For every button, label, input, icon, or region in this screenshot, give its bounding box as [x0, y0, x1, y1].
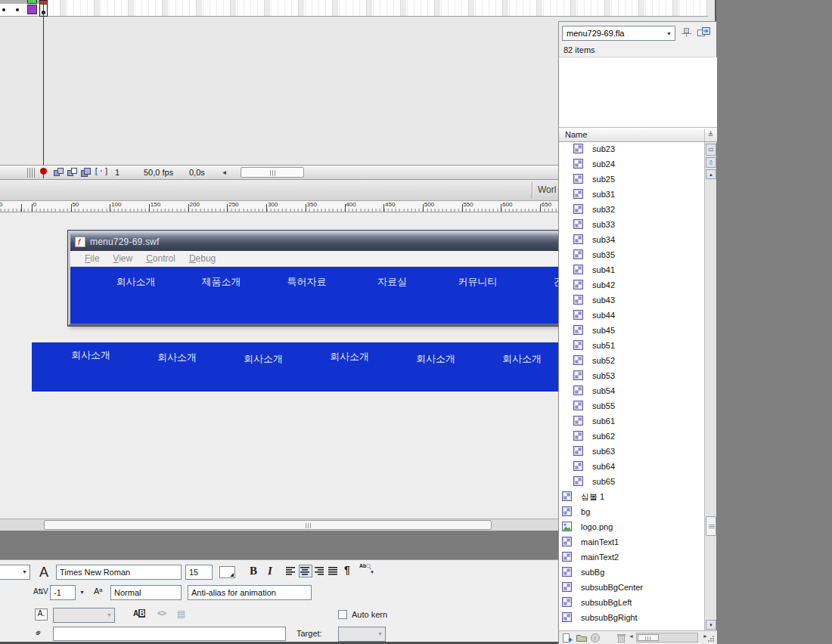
text-type-dropdown[interactable]: ▼ [0, 565, 30, 580]
layer-lock-dot[interactable] [16, 8, 19, 11]
library-item-row[interactable]: sub41 [559, 265, 705, 280]
layer-row[interactable] [0, 4, 39, 17]
library-item-row[interactable]: sub51 [559, 340, 705, 355]
library-item-row[interactable]: sub61 [559, 416, 705, 431]
playhead-line[interactable] [43, 0, 44, 169]
url-link-input[interactable] [53, 627, 286, 641]
letter-spacing-field[interactable]: -1 [50, 585, 76, 600]
character-position-dropdown[interactable]: Normal [110, 585, 182, 600]
layer-visibility-dot[interactable] [2, 8, 5, 11]
scroll-up-arrow[interactable] [706, 169, 716, 179]
modify-onion-markers-icon[interactable]: [·] [94, 166, 106, 178]
library-item-row[interactable]: bg [559, 506, 705, 522]
library-item-row[interactable]: sub55 [559, 401, 705, 416]
auto-kern-checkbox[interactable] [338, 610, 347, 619]
swf-nav-menu-item[interactable]: 자료실 [349, 267, 435, 289]
stage-menu-item[interactable]: 회사소개 [48, 342, 134, 362]
library-item-row[interactable]: sub34 [559, 234, 705, 249]
library-scrollbar-thumb[interactable] [706, 516, 716, 536]
library-horizontal-scrollbar[interactable] [636, 633, 698, 642]
sort-order-icon[interactable] [704, 129, 716, 141]
library-item-row[interactable]: subsubBgCenter [559, 582, 705, 597]
center-frame-icon[interactable] [53, 167, 65, 178]
onion-skin-icon[interactable] [67, 167, 79, 178]
antialias-dropdown[interactable]: Anti-alias for animation [188, 585, 312, 600]
panel-resize-grip[interactable] [706, 634, 716, 643]
narrow-library-view-button[interactable] [706, 157, 716, 168]
library-document-dropdown[interactable]: menu729-69.fla ▼ [562, 26, 675, 41]
library-item-row[interactable]: sub44 [559, 310, 705, 325]
onion-skin-outlines-icon[interactable] [80, 167, 92, 178]
library-item-row[interactable]: sub33 [559, 219, 705, 234]
swf-nav-menu-item[interactable]: 제품소개 [179, 267, 264, 289]
library-item-row[interactable]: subsubBgRight [559, 612, 705, 627]
library-item-row[interactable]: sub63 [559, 446, 705, 461]
edit-bar-right-label[interactable]: Worl [538, 184, 556, 195]
library-item-row[interactable]: sub42 [559, 280, 705, 295]
pin-library-icon[interactable] [679, 26, 694, 40]
justify-button[interactable] [327, 565, 340, 577]
library-item-row[interactable]: sub35 [559, 249, 705, 265]
library-item-row[interactable]: sub32 [559, 204, 705, 219]
paragraph-format-icon[interactable] [344, 564, 350, 576]
italic-button[interactable]: I [268, 565, 272, 577]
library-scroll-left-arrow[interactable] [629, 633, 634, 639]
library-item-row[interactable]: sub62 [559, 431, 705, 446]
library-item-row[interactable]: subBg [559, 567, 705, 582]
panel-drag-grip[interactable] [27, 168, 35, 178]
library-item-row[interactable]: sub52 [559, 355, 705, 370]
library-item-row[interactable]: subsubBgLeft [559, 597, 705, 612]
new-library-window-icon[interactable] [697, 26, 713, 40]
library-hscrollbar-thumb[interactable] [638, 634, 659, 641]
bold-button[interactable]: B [250, 565, 257, 577]
library-item-row[interactable]: sub31 [559, 189, 705, 204]
letter-spacing-stepper[interactable] [76, 585, 88, 600]
stage-menu-item[interactable]: 회사소개 [134, 342, 220, 364]
stage-menu-item[interactable]: 회사소개 [393, 342, 479, 366]
player-menu-item[interactable]: Control [139, 251, 182, 264]
timeline-scroll-left-arrow[interactable] [219, 168, 229, 178]
library-item-row[interactable]: mainText1 [559, 537, 705, 552]
library-item-row[interactable]: sub65 [559, 476, 705, 491]
new-symbol-icon[interactable] [561, 633, 573, 643]
stage-scrollbar-thumb[interactable] [44, 520, 492, 530]
library-item-row[interactable]: sub53 [559, 370, 705, 385]
properties-info-icon[interactable]: i [590, 633, 602, 643]
font-size-dropdown[interactable]: 15 [185, 565, 213, 580]
stage-menu-item[interactable]: 회사소개 [479, 342, 565, 366]
font-family-dropdown[interactable]: Times New Roman [56, 565, 182, 580]
player-menu-item[interactable]: Debug [182, 251, 222, 264]
wide-library-view-button[interactable] [706, 144, 716, 156]
scroll-down-arrow[interactable] [706, 620, 716, 630]
align-center-button[interactable] [299, 565, 312, 577]
timeline-scrollbar-thumb[interactable] [241, 167, 304, 178]
change-orientation-button[interactable] [35, 608, 48, 621]
edit-format-options-icon[interactable]: ▼ [359, 563, 371, 568]
text-color-swatch[interactable] [219, 566, 235, 578]
library-item-row[interactable]: sub45 [559, 325, 705, 340]
library-item-row[interactable]: sub24 [559, 159, 705, 174]
swf-nav-menu-item[interactable]: 커뮤니티 [435, 267, 520, 289]
stage-menu-item[interactable]: 회사소개 [220, 342, 306, 366]
library-item-row[interactable]: sub64 [559, 461, 705, 476]
player-menu-item[interactable]: View [106, 251, 139, 264]
library-item-row[interactable]: sub23 [559, 144, 705, 159]
swf-nav-menu-item[interactable]: 특허자료 [264, 267, 349, 289]
stage-menu-item[interactable]: 회사소개 [306, 342, 393, 364]
swf-nav-menu-item[interactable]: 회사소개 [93, 267, 179, 289]
player-menu-item[interactable]: File [78, 251, 106, 264]
align-left-button[interactable] [284, 565, 298, 577]
timeline-frames-grid[interactable] [39, 0, 708, 17]
library-item-row[interactable]: sub43 [559, 295, 705, 310]
align-right-button[interactable] [313, 565, 327, 577]
delete-trash-icon[interactable] [616, 633, 629, 643]
library-item-row[interactable]: 심볼 1 [559, 491, 705, 506]
playhead-marker-icon[interactable] [40, 168, 47, 175]
new-folder-icon[interactable] [576, 633, 588, 643]
selectable-text-icon[interactable] [133, 609, 145, 618]
library-item-row[interactable]: sub54 [559, 385, 705, 401]
library-item-row[interactable]: logo.png [559, 522, 705, 537]
library-item-row[interactable]: sub25 [559, 174, 705, 189]
frame-rate-value[interactable]: 50,0 fps [144, 168, 173, 177]
name-column-header[interactable]: Name [565, 130, 587, 139]
